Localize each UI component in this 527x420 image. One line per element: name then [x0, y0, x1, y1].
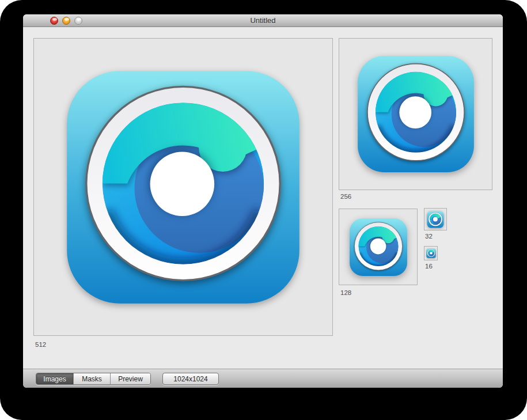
app-icon-preview-32 — [427, 211, 444, 228]
image-well-16[interactable] — [424, 246, 438, 260]
segment-images[interactable]: Images — [36, 373, 74, 384]
window-title: Untitled — [23, 14, 503, 27]
app-icon-preview-16 — [426, 248, 436, 258]
size-label-512: 512 — [35, 341, 46, 348]
segment-masks[interactable]: Masks — [74, 373, 111, 384]
bottom-toolbar: Images Masks Preview 1024x1024 — [23, 369, 503, 388]
screenshot-background: Untitled 512 256 128 32 16 — [0, 0, 527, 420]
app-icon-preview-256 — [355, 54, 476, 175]
view-mode-segmented-control: Images Masks Preview — [36, 373, 151, 385]
size-label-256: 256 — [340, 193, 351, 200]
size-label-128: 128 — [340, 289, 351, 296]
size-label-32: 32 — [425, 233, 433, 240]
title-bar[interactable]: Untitled — [23, 14, 503, 27]
app-window: Untitled 512 256 128 32 16 — [23, 14, 503, 388]
image-well-256[interactable] — [339, 38, 492, 190]
image-well-32[interactable] — [424, 208, 447, 230]
image-well-512[interactable] — [33, 38, 333, 336]
app-icon-preview-512 — [62, 66, 304, 308]
app-icon-preview-128 — [348, 217, 408, 277]
segment-preview[interactable]: Preview — [111, 373, 150, 384]
image-well-128[interactable] — [339, 209, 418, 285]
content-area: 512 256 128 32 16 — [23, 27, 503, 369]
size-label-16: 16 — [425, 263, 433, 270]
size-1024-button[interactable]: 1024x1024 — [162, 373, 219, 385]
